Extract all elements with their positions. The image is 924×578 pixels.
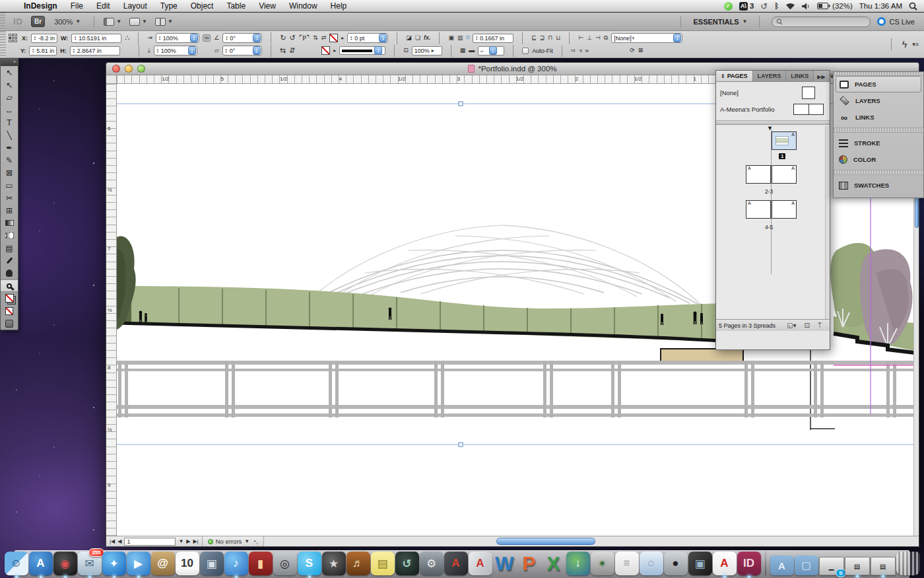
preflight-panel-icon[interactable]: ◔, (252, 538, 258, 545)
fill-color-swatch[interactable] (321, 46, 330, 55)
dock-panel-swatches[interactable]: SWATCHES (834, 177, 923, 194)
stroke-color-swatch[interactable] (329, 34, 338, 42)
dock-icon-facetime[interactable]: ▶ (127, 552, 150, 575)
page-menu-caret[interactable]: ▼ (178, 538, 183, 544)
last-page-button[interactable]: ▶| (193, 538, 198, 544)
rotate-cw-icon[interactable]: ↻ (280, 34, 286, 42)
dock-panel-links[interactable]: LINKS (834, 109, 923, 126)
page-5-thumbnail[interactable]: A (772, 200, 797, 219)
reference-point-proxy[interactable] (9, 34, 17, 42)
link-scale-icon[interactable]: ∞ (203, 34, 211, 42)
opacity-field[interactable]: 100%▸ (412, 46, 442, 55)
tool-gradient-swatch[interactable] (1, 217, 18, 229)
control-panel-menu-icon[interactable]: ▾≡ (912, 41, 919, 48)
vertical-ruler[interactable]: 6½7½8½9 (106, 84, 117, 536)
tool-eyedropper[interactable] (1, 254, 18, 267)
menu-item-view[interactable]: View (252, 1, 282, 11)
dock-icon-image-capture[interactable]: ● (664, 552, 688, 575)
workspace-switcher[interactable]: ESSENTIALS▼ (693, 18, 747, 26)
tool-page[interactable]: ▱ (1, 91, 18, 104)
dock-icon-system-preferences[interactable]: ⚙ (420, 552, 444, 575)
next-page-button[interactable]: ▶ (186, 538, 190, 544)
fit-content-icon[interactable]: ⊑ (531, 35, 537, 41)
tool-direct-selection[interactable]: ↖ (1, 79, 18, 91)
time-machine-icon[interactable]: ↺ (760, 1, 768, 11)
bridge-button[interactable]: Br (31, 16, 45, 27)
wrap-bounding-icon[interactable]: ▥ (457, 35, 463, 41)
tool-type[interactable]: T (1, 116, 18, 129)
dock-icon-trash[interactable] (896, 552, 920, 575)
preflight-status[interactable]: No errors ▼ ◔, (203, 536, 264, 546)
panel-collapse-icon[interactable]: ▶▶ (817, 74, 825, 80)
distribute-center-icon[interactable]: ⫣ (579, 48, 582, 54)
x-position-field[interactable]: ▲▼-8.2 in (31, 34, 57, 43)
dock-icon-photo-booth[interactable]: ▮ (249, 552, 273, 575)
drop-shadow-icon[interactable]: ◪ (406, 35, 412, 41)
ruler-corner[interactable] (106, 75, 117, 84)
tool-rectangle[interactable]: ▭ (1, 179, 18, 192)
panel-splitter[interactable] (716, 120, 830, 125)
dock-icon-dashboard[interactable]: ◉ (53, 552, 77, 575)
tool-fill-stroke[interactable] (1, 292, 18, 305)
dock-icon-safari[interactable]: ✦ (102, 552, 126, 575)
dock-icon-photo-viewer[interactable]: ▣ (688, 552, 712, 575)
dock-icon-itunes[interactable]: ♪ (224, 552, 248, 575)
dock-icon-iphoto[interactable]: ▣ (200, 552, 224, 575)
align-left-icon[interactable]: ⊢ (578, 35, 583, 41)
tool-apply-none[interactable] (1, 305, 18, 317)
screen-mode-dropdown[interactable]: ▼ (129, 18, 147, 26)
flip-h-icon[interactable]: ⇆ (280, 47, 286, 54)
search-input[interactable] (772, 17, 871, 27)
menu-item-file[interactable]: File (64, 1, 90, 11)
dock-icon-imovie[interactable]: ★ (322, 552, 346, 575)
transparency-icon[interactable]: ❏ (415, 35, 420, 41)
dock-icon-word[interactable]: W (493, 552, 517, 575)
new-page-icon[interactable]: ⊡ (805, 322, 810, 330)
tool-preview-mode[interactable] (1, 317, 18, 330)
dock-icon-downloader-globe[interactable]: ↓ (566, 552, 590, 575)
master-none-thumbnail[interactable] (802, 87, 815, 99)
center-content-icon[interactable]: ⊔ (556, 35, 560, 41)
dock-panel-color[interactable]: COLOR (834, 151, 923, 168)
flip-v-icon[interactable]: ⇵ (289, 47, 295, 54)
prev-page-button[interactable]: ◀ (117, 538, 121, 544)
rotate-ccw-icon[interactable]: ↺ (290, 34, 296, 42)
horizontal-scrollbar-thumb[interactable] (496, 538, 595, 545)
clear-overrides-icon[interactable]: ⟳ (630, 48, 635, 54)
constrain-proportions-icon[interactable]: ∴ (125, 34, 129, 42)
wrap-none-icon[interactable]: ▣ (448, 35, 454, 41)
menu-item-edit[interactable]: Edit (90, 1, 117, 11)
object-style-dropdown[interactable]: [None]+▲▼ (611, 33, 682, 43)
menu-item-type[interactable]: Type (154, 1, 184, 11)
quick-apply-icon[interactable]: ϟ (902, 39, 907, 50)
battery-icon[interactable]: (32%) (817, 2, 853, 10)
dock-icon-preview[interactable]: ◌ (640, 552, 663, 575)
master-portfolio-row[interactable]: A-Meena's Portfolio (720, 101, 826, 118)
dock-icon-solutions-menu[interactable]: ≡ (615, 552, 639, 575)
tab-layers[interactable]: LAYERS (753, 71, 787, 81)
page-number-field[interactable]: 1 (124, 538, 176, 546)
tool-gradient-feather[interactable] (1, 229, 18, 242)
menu-item-help[interactable]: Help (324, 1, 354, 11)
menu-clock[interactable]: Thu 1:36 AM (859, 2, 902, 10)
align-center-icon[interactable]: ⊥ (587, 35, 592, 41)
pages-scrollbar[interactable] (825, 126, 830, 319)
height-field[interactable]: ▲▼2.8647 in (70, 46, 120, 55)
dock-icon-minimized-window-skype[interactable]: ▁ S (819, 557, 844, 575)
corner-radius-field[interactable]: ▲▼0.1667 in (473, 34, 513, 43)
tool-hand[interactable] (1, 267, 18, 279)
flip-vertical-icon[interactable]: ⇅ (313, 35, 318, 41)
dock-icon-excel[interactable]: X (542, 552, 566, 575)
dock-panel-stroke[interactable]: STROKE (834, 135, 923, 151)
dock-icon-time-machine[interactable]: ↺ (395, 552, 419, 575)
page-2-thumbnail[interactable]: A (746, 165, 771, 184)
dock-icon-autocad-lt[interactable]: A (469, 552, 492, 575)
tool-zoom[interactable] (1, 279, 18, 292)
dock-icon-stickies[interactable]: ▤ (371, 552, 395, 575)
distribute-left-icon[interactable]: ⫤ (571, 48, 576, 54)
dock-icon-ical[interactable]: 10 (176, 552, 199, 575)
page-4-thumbnail[interactable]: A (746, 200, 771, 219)
tool-selection[interactable]: ↖ (1, 66, 18, 79)
spotlight-icon[interactable] (909, 2, 917, 11)
rotation-field[interactable]: ▲▼0°▲▼ (222, 33, 262, 43)
